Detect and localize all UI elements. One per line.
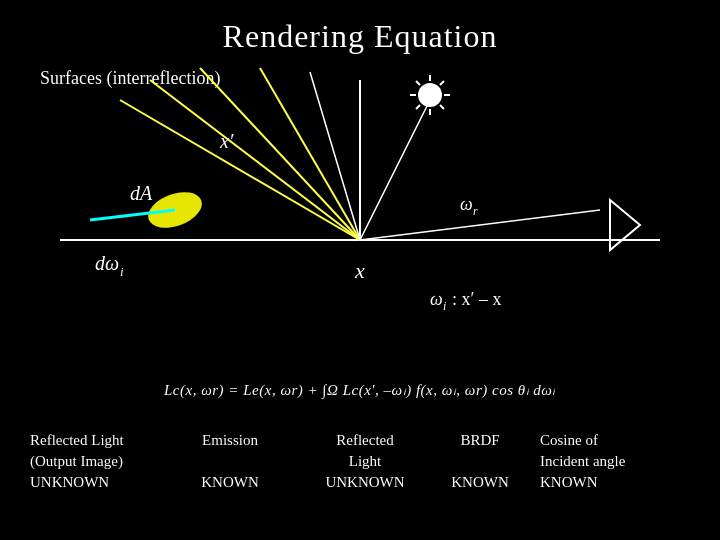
brdf-col: BRDF KNOWN xyxy=(440,430,520,491)
svg-text:x′: x′ xyxy=(219,130,234,152)
svg-point-2 xyxy=(418,83,442,107)
emission-status: KNOWN xyxy=(201,474,259,491)
brdf-status: KNOWN xyxy=(451,474,509,491)
svg-text:ω: ω xyxy=(430,289,443,309)
svg-line-8 xyxy=(440,105,444,109)
reflected-light-col: Reflected Light (Output Image) UNKNOWN xyxy=(30,430,170,491)
svg-text:r: r xyxy=(473,204,478,218)
bottom-labels: Reflected Light (Output Image) UNKNOWN E… xyxy=(0,430,720,491)
svg-text:dω: dω xyxy=(95,252,119,274)
svg-line-20 xyxy=(360,100,430,240)
emission-col: Emission KNOWN xyxy=(180,430,280,491)
reflected-light-label: Reflected Light xyxy=(30,430,124,451)
cosine-label-2: Incident angle xyxy=(540,451,625,472)
output-image-label: (Output Image) xyxy=(30,451,123,472)
reflected-col: Reflected Light UNKNOWN xyxy=(300,430,430,491)
svg-marker-11 xyxy=(610,200,640,250)
emission-blank xyxy=(228,451,232,472)
svg-line-10 xyxy=(416,105,420,109)
equation-text: Lc(x, ωr) = Le(x, ωr) + ∫Ω Lc(x′, –ωᵢ) f… xyxy=(164,381,556,399)
svg-text:i: i xyxy=(120,264,124,279)
emission-label: Emission xyxy=(202,430,258,451)
svg-text:x: x xyxy=(354,258,365,283)
svg-line-17 xyxy=(200,68,360,240)
svg-text:dA: dA xyxy=(130,182,153,204)
svg-text:ω: ω xyxy=(460,194,473,214)
reflected-status: UNKNOWN xyxy=(325,474,404,491)
reflected-label: Reflected xyxy=(336,430,393,451)
svg-line-7 xyxy=(416,81,420,85)
reflected-light-status: UNKNOWN xyxy=(30,474,109,491)
brdf-label: BRDF xyxy=(460,430,499,451)
cosine-status: KNOWN xyxy=(540,474,598,491)
cosine-label-1: Cosine of xyxy=(540,430,598,451)
diagram: ω r x′ dA dω i x ω i : x′ – x xyxy=(0,0,720,320)
svg-line-9 xyxy=(440,81,444,85)
reflected-light-2-label: Light xyxy=(349,451,382,472)
svg-text:: x′ – x: : x′ – x xyxy=(452,289,501,309)
equation-area: Lc(x, ωr) = Le(x, ωr) + ∫Ω Lc(x′, –ωᵢ) f… xyxy=(0,360,720,420)
svg-line-12 xyxy=(360,210,600,240)
svg-line-18 xyxy=(260,68,360,240)
brdf-blank xyxy=(478,451,482,472)
svg-text:i: i xyxy=(443,299,446,313)
cosine-col: Cosine of Incident angle KNOWN xyxy=(540,430,700,491)
